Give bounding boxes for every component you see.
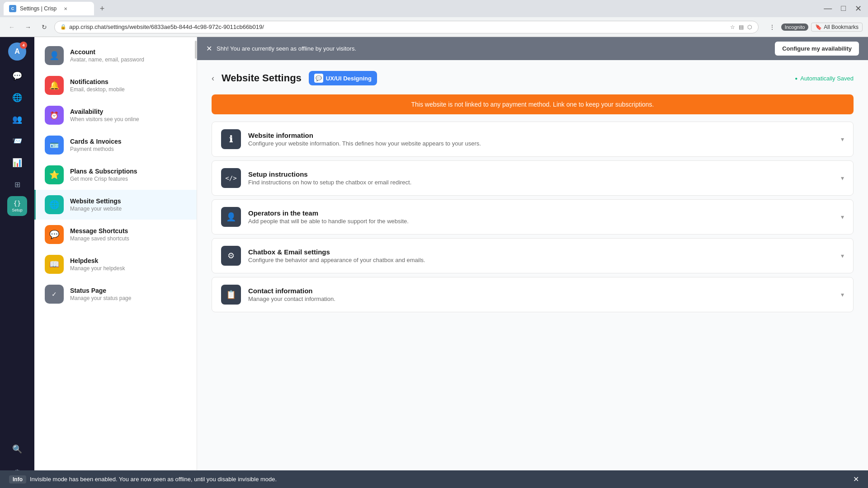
warning-message: This website is not linked to any paymen… — [411, 101, 654, 108]
sidebar-icon-contacts[interactable]: 👥 — [7, 109, 27, 129]
auto-saved-indicator: Automatically Saved — [795, 75, 854, 82]
sidebar-icon-chat[interactable]: 💬 — [7, 66, 27, 86]
cards-title: Cards & Invoices — [70, 138, 188, 145]
extensions-button[interactable]: ⋮ — [766, 21, 778, 33]
message-shortcuts-text: Message Shortcuts Manage saved shortcuts — [70, 227, 188, 242]
sidebar-icon-inbox[interactable]: 📨 — [7, 131, 27, 151]
bottom-bar-close-button[interactable]: ✕ — [853, 475, 859, 483]
sidebar-item-availability[interactable]: ⏰ Availability When visitors see you onl… — [34, 100, 197, 130]
cards-subtitle: Payment methods — [70, 146, 188, 152]
bottom-notification-bar: Info Invisible mode has been enabled. Yo… — [0, 470, 868, 488]
sidebar-item-notifications[interactable]: 🔔 Notifications Email, desktop, mobile — [34, 70, 197, 100]
notifications-text: Notifications Email, desktop, mobile — [70, 78, 188, 93]
offline-message: Shh! You are currently seen as offline b… — [217, 45, 356, 52]
cards-icon: 🪪 — [45, 136, 64, 155]
notifications-title: Notifications — [70, 78, 188, 85]
toolbar-right: ⋮ Incognito 🔖 All Bookmarks — [766, 21, 863, 33]
configure-availability-button[interactable]: Configure my availability — [775, 42, 859, 56]
notifications-icon: 🔔 — [45, 76, 64, 95]
contact-chevron-icon: ▾ — [841, 291, 844, 298]
minimize-button[interactable]: — — [821, 3, 835, 14]
website-info-subtitle: Configure your website information. This… — [248, 140, 834, 147]
reload-button[interactable]: ↻ — [38, 21, 51, 33]
setup-subtitle: Find instructions on how to setup the ch… — [248, 179, 834, 186]
website-badge-name: UX/UI Designing — [326, 75, 372, 82]
account-icon: 👤 — [45, 46, 64, 65]
sidebar-item-plans[interactable]: ⭐ Plans & Subscriptions Get more Crisp f… — [34, 160, 197, 190]
contact-title: Contact information — [248, 287, 834, 295]
sidebar-item-message-shortcuts[interactable]: 💬 Message Shortcuts Manage saved shortcu… — [34, 220, 197, 249]
setup-icon: {} — [14, 200, 21, 207]
cards-text: Cards & Invoices Payment methods — [70, 138, 188, 152]
section-card-setup: </> Setup instructions Find instructions… — [212, 160, 854, 196]
website-info-title: Website information — [248, 131, 834, 139]
plans-text: Plans & Subscriptions Get more Crisp fea… — [70, 168, 188, 182]
search-icon: 🔍 — [12, 444, 22, 454]
chatbox-subtitle: Configure the behavior and appearance of… — [248, 257, 834, 263]
payment-warning-banner[interactable]: This website is not linked to any paymen… — [212, 94, 854, 114]
setup-chevron-icon: ▾ — [841, 174, 844, 182]
forward-nav-button[interactable]: → — [22, 21, 34, 33]
back-nav-button[interactable]: ← — [5, 21, 18, 33]
operators-text: Operators in the team Add people that wi… — [248, 209, 834, 225]
sidebar-icon-setup[interactable]: {} Setup — [7, 196, 27, 216]
user-avatar[interactable]: A 4 — [8, 42, 26, 61]
website-settings-text: Website Settings Manage your website — [70, 197, 188, 212]
lock-icon: 🔒 — [60, 24, 66, 30]
availability-title: Availability — [70, 108, 188, 115]
offline-close-icon[interactable]: ✕ — [206, 44, 212, 53]
info-badge: Info — [9, 475, 26, 483]
section-card-header-website-info[interactable]: ℹ Website information Configure your web… — [212, 122, 853, 156]
browser-titlebar: C Settings | Crisp ✕ + — □ ✕ — [0, 0, 868, 17]
sidebar-item-website-settings[interactable]: 🌐 Website Settings Manage your website — [34, 190, 197, 220]
tab-close-button[interactable]: ✕ — [62, 5, 69, 12]
sidebar-scrollbar[interactable] — [195, 41, 197, 59]
main-content: ✕ Shh! You are currently seen as offline… — [197, 37, 868, 488]
sidebar-icon-globe[interactable]: 🌐 — [7, 88, 27, 108]
bookmark-star-icon[interactable]: ☆ — [729, 23, 736, 31]
globe-icon: 🌐 — [12, 93, 22, 103]
sidebar-icon-analytics[interactable]: 📊 — [7, 153, 27, 173]
chatbox-section-icon: ⚙ — [221, 246, 241, 266]
maximize-button[interactable]: □ — [838, 3, 849, 14]
website-badge: 💬 UX/UI Designing — [309, 71, 377, 85]
sidebar-item-status-page[interactable]: ✓ Status Page Manage your status page — [34, 279, 197, 309]
sidebar-item-cards[interactable]: 🪪 Cards & Invoices Payment methods — [34, 130, 197, 160]
helpdesk-text: Helpdesk Manage your helpdesk — [70, 257, 188, 272]
new-tab-button[interactable]: + — [96, 2, 108, 15]
active-tab[interactable]: C Settings | Crisp ✕ — [4, 2, 94, 15]
chatbox-chevron-icon: ▾ — [841, 252, 844, 259]
plugins-icon: ⊞ — [14, 180, 20, 189]
section-card-header-setup[interactable]: </> Setup instructions Find instructions… — [212, 161, 853, 195]
sidebar-item-account[interactable]: 👤 Account Avatar, name, email, password — [34, 41, 197, 70]
sidebar-icon-plugins[interactable]: ⊞ — [7, 174, 27, 194]
address-bar[interactable]: 🔒 app.crisp.chat/settings/website/6833ae… — [54, 21, 759, 33]
website-badge-icon: 💬 — [314, 74, 323, 83]
section-card-chatbox: ⚙ Chatbox & Email settings Configure the… — [212, 238, 854, 273]
all-bookmarks-label: All Bookmarks — [824, 24, 859, 30]
message-shortcuts-icon: 💬 — [45, 225, 64, 244]
back-button[interactable]: ‹ — [212, 74, 214, 83]
account-title: Account — [70, 48, 188, 56]
status-page-text: Status Page Manage your status page — [70, 287, 188, 301]
helpdesk-subtitle: Manage your helpdesk — [70, 265, 188, 272]
close-window-button[interactable]: ✕ — [852, 3, 864, 14]
account-subtitle: Avatar, name, email, password — [70, 56, 188, 63]
availability-icon: ⏰ — [45, 106, 64, 125]
section-card-header-contact[interactable]: 📋 Contact information Manage your contac… — [212, 277, 853, 312]
all-bookmarks-button[interactable]: 🔖 All Bookmarks — [811, 23, 863, 32]
app-layout: A 4 💬 🌐 👥 📨 📊 ⊞ {} Setup 🔍 — [0, 37, 868, 488]
tab-title: Settings | Crisp — [20, 5, 57, 12]
operators-section-icon: 👤 — [221, 207, 241, 227]
section-card-header-chatbox[interactable]: ⚙ Chatbox & Email settings Configure the… — [212, 239, 853, 273]
icon-sidebar: A 4 💬 🌐 👥 📨 📊 ⊞ {} Setup 🔍 — [0, 37, 34, 488]
sidebar-item-helpdesk[interactable]: 📖 Helpdesk Manage your helpdesk — [34, 249, 197, 279]
window-controls: — □ ✕ — [821, 3, 864, 14]
cast-icon[interactable]: ▤ — [738, 23, 745, 31]
browser-toolbar: ← → ↻ 🔒 app.crisp.chat/settings/website/… — [0, 17, 868, 37]
chat-icon: 💬 — [12, 71, 22, 81]
search-button[interactable]: 🔍 — [7, 439, 27, 459]
section-card-header-operators[interactable]: 👤 Operators in the team Add people that … — [212, 200, 853, 234]
setup-title: Setup instructions — [248, 170, 834, 178]
analytics-icon: 📊 — [12, 158, 22, 168]
